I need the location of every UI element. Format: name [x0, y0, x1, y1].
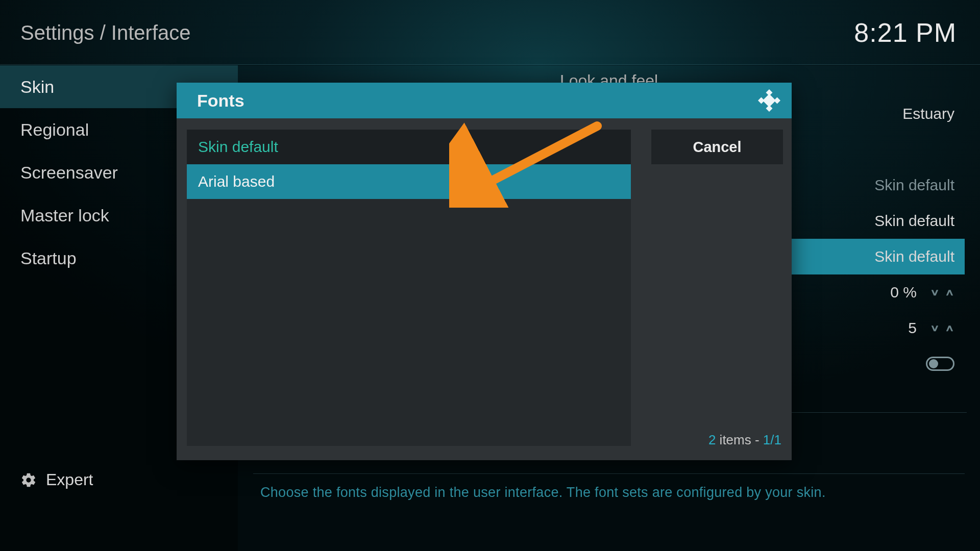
fonts-selection-dialog: Fonts Skin default Arial based	[177, 83, 792, 460]
svg-rect-4	[763, 94, 776, 107]
toggle-switch[interactable]	[926, 357, 954, 371]
cancel-button[interactable]: Cancel	[651, 130, 783, 164]
setting-value: 5	[908, 319, 917, 337]
dialog-item-count: 2 items - 1/1	[708, 432, 781, 448]
sidebar-item-label: Startup	[20, 248, 77, 268]
breadcrumb: Settings / Interface	[20, 21, 191, 44]
font-option-skin-default[interactable]: Skin default	[187, 130, 631, 164]
item-count-page: 1/1	[763, 432, 781, 447]
gear-icon	[20, 472, 37, 488]
settings-level-label: Expert	[46, 470, 93, 489]
setting-value: 0 %	[890, 284, 917, 301]
setting-value: Estuary	[902, 105, 954, 122]
setting-help-text: Choose the fonts displayed in the user i…	[260, 485, 958, 500]
kodi-logo-icon	[758, 89, 780, 112]
setting-value: Skin default	[874, 177, 954, 194]
sidebar-item-label: Skin	[20, 77, 54, 97]
stepper-icon[interactable]: ∨∧	[930, 320, 954, 336]
cancel-button-label: Cancel	[693, 139, 741, 156]
sidebar-item-label: Screensaver	[20, 163, 118, 183]
help-divider	[253, 473, 965, 474]
sidebar-item-label: Regional	[20, 120, 89, 140]
settings-level-selector[interactable]: Expert	[0, 470, 238, 489]
stepper-icon[interactable]: ∨∧	[930, 285, 954, 300]
font-option-list: Skin default Arial based	[187, 130, 631, 446]
font-option-arial-based[interactable]: Arial based	[187, 164, 631, 199]
clock: 8:21 PM	[854, 17, 957, 48]
setting-value: Skin default	[874, 212, 954, 230]
sidebar-item-label: Master lock	[20, 206, 109, 226]
setting-value: Skin default	[874, 248, 954, 265]
dialog-titlebar: Fonts	[177, 83, 792, 118]
dialog-title: Fonts	[197, 91, 244, 111]
item-count-word: items -	[716, 432, 763, 447]
option-label: Skin default	[198, 138, 278, 156]
header-divider	[0, 64, 980, 65]
option-label: Arial based	[198, 173, 275, 190]
item-count-number: 2	[708, 432, 716, 447]
